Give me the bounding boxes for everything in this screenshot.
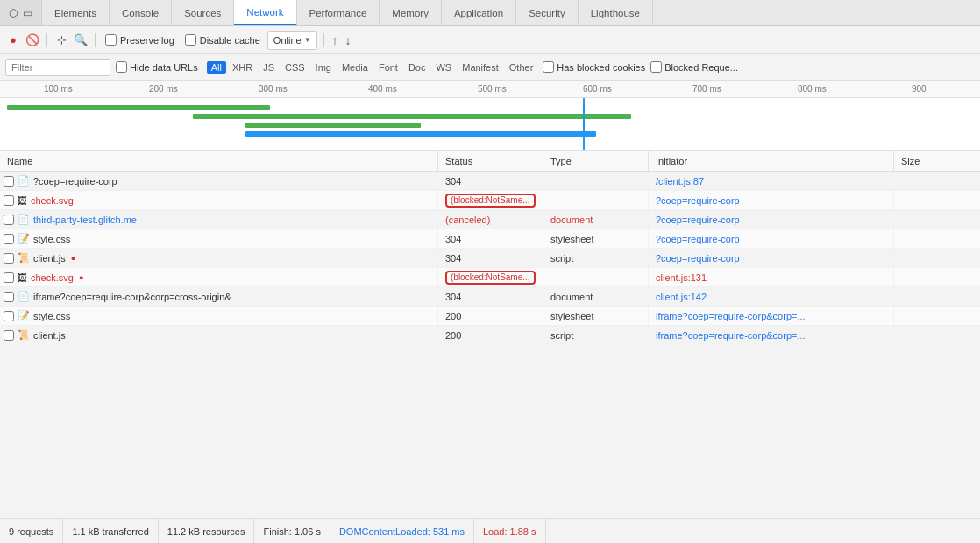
row-7-size [894, 287, 964, 306]
table-row[interactable]: 📜 client.js 200 script iframe?coep=requi… [0, 326, 980, 345]
row-9-type: script [543, 326, 649, 344]
filter-type-css[interactable]: CSS [281, 61, 309, 74]
tab-network[interactable]: Network [234, 0, 296, 25]
tab-devtools-icons[interactable]: ⬡ ▭ [0, 0, 42, 25]
network-toolbar: ● 🚫 ⊹ 🔍 Preserve log Disable cache Onlin… [0, 26, 980, 54]
filter-type-other[interactable]: Other [505, 61, 538, 74]
table-row[interactable]: 🖼 check.svg (blocked:NotSame... ?coep=re… [0, 191, 980, 210]
tab-sources[interactable]: Sources [172, 0, 234, 25]
preserve-log-checkbox[interactable]: Preserve log [102, 34, 178, 46]
row-2-initiator-link[interactable]: ?coep=require-corp [656, 195, 740, 206]
svg-icon-2: 🖼 [18, 272, 27, 283]
status-bar: 9 requests 1.1 kB transferred 11.2 kB re… [0, 518, 980, 543]
table-row[interactable]: 📝 style.css 304 stylesheet ?coep=require… [0, 229, 980, 249]
filter-icon[interactable]: ⊹ [53, 32, 69, 48]
search-icon[interactable]: 🔍 [73, 32, 89, 48]
row-2-type [543, 191, 649, 209]
has-blocked-cookies-checkbox[interactable]: Has blocked cookies [543, 61, 645, 73]
table-row[interactable]: 🖼 check.svg ● (blocked:NotSame... client… [0, 268, 980, 287]
tab-memory[interactable]: Memory [380, 0, 442, 25]
blocked-requests-checkbox[interactable]: Blocked Reque... [650, 61, 738, 73]
timeline-ruler: 100 ms 200 ms 300 ms 400 ms 500 ms 600 m… [0, 81, 980, 98]
row-9-initiator: iframe?coep=require-corp&corp=... [649, 326, 894, 344]
filter-type-all[interactable]: All [207, 61, 226, 74]
hide-data-urls-checkbox[interactable]: Hide data URLs [116, 61, 198, 73]
row-4-checkbox[interactable] [4, 234, 14, 244]
tab-security[interactable]: Security [516, 0, 579, 25]
col-header-name[interactable]: Name [0, 151, 438, 171]
import-button[interactable]: ↑ [330, 32, 340, 49]
col-header-initiator[interactable]: Initiator [649, 151, 894, 171]
tab-performance[interactable]: Performance [297, 0, 380, 25]
row-1-checkbox[interactable] [4, 176, 14, 187]
row-9-name: 📜 client.js [0, 326, 438, 344]
row-9-checkbox[interactable] [4, 330, 14, 341]
row-5-initiator-link[interactable]: ?coep=require-corp [656, 253, 740, 264]
row-4-initiator-link[interactable]: ?coep=require-corp [656, 234, 740, 244]
css-icon-2: 📝 [18, 310, 30, 321]
filter-type-font[interactable]: Font [374, 61, 402, 74]
table-row[interactable]: 📜 client.js ● 304 script ?coep=require-c… [0, 249, 980, 268]
row-1-initiator: /client.js:87 [649, 172, 894, 190]
row-6-name: 🖼 check.svg ● [0, 268, 438, 286]
row-5-checkbox[interactable] [4, 253, 14, 264]
blocked-badge-2: (blocked:NotSame... [445, 271, 536, 285]
row-2-initiator: ?coep=require-corp [649, 191, 894, 209]
throttle-dropdown[interactable]: Online ▼ [267, 31, 317, 50]
cursor-icon: ⬡ [9, 7, 18, 19]
row-6-type [543, 268, 649, 286]
row-8-initiator-link[interactable]: iframe?coep=require-corp&corp=... [656, 311, 806, 321]
row-3-checkbox[interactable] [4, 215, 14, 225]
tab-console[interactable]: Console [110, 0, 172, 25]
row-1-initiator-link[interactable]: /client.js:87 [656, 176, 704, 187]
row-4-name: 📝 style.css [0, 229, 438, 248]
row-9-size [894, 326, 964, 344]
toolbar-separator-2 [95, 33, 96, 47]
record-button[interactable]: ● [5, 32, 21, 48]
filter-type-media[interactable]: Media [337, 61, 373, 74]
row-7-initiator: client.js:142 [649, 287, 894, 306]
disable-cache-checkbox[interactable]: Disable cache [181, 34, 264, 46]
filter-input[interactable] [5, 59, 110, 76]
row-2-checkbox[interactable] [4, 195, 14, 206]
col-header-status[interactable]: Status [438, 151, 543, 171]
row-8-checkbox[interactable] [4, 311, 14, 321]
dom-content-loaded-line [583, 98, 585, 151]
status-dom-content-loaded: DOMContentLoaded: 531 ms [330, 519, 474, 543]
filter-type-manifest[interactable]: Manifest [458, 61, 503, 74]
filter-bar: Hide data URLs All XHR JS CSS Img Media … [0, 54, 980, 81]
table-row[interactable]: 📄 ?coep=require-corp 304 /client.js:87 [0, 172, 980, 191]
row-6-size [894, 268, 964, 286]
row-6-initiator-link[interactable]: client.js:131 [656, 272, 707, 283]
filter-type-ws[interactable]: WS [431, 61, 456, 74]
filter-type-js[interactable]: JS [259, 61, 279, 74]
tab-lighthouse[interactable]: Lighthouse [579, 0, 653, 25]
filter-type-doc[interactable]: Doc [404, 61, 430, 74]
filter-type-img[interactable]: Img [311, 61, 336, 74]
table-row[interactable]: 📝 style.css 200 stylesheet iframe?coep=r… [0, 307, 980, 326]
table-row[interactable]: 📄 third-party-test.glitch.me (canceled) … [0, 210, 980, 229]
export-button[interactable]: ↓ [344, 32, 353, 49]
dot-indicator: ● [71, 254, 75, 263]
row-9-initiator-link[interactable]: iframe?coep=require-corp&corp=... [656, 330, 806, 341]
table-row[interactable]: 📄 iframe?coep=require-corp&corp=cross-or… [0, 287, 980, 307]
clear-button[interactable]: 🚫 [25, 32, 40, 48]
timeline-chart[interactable] [0, 98, 980, 151]
row-7-initiator-link[interactable]: client.js:142 [656, 292, 707, 302]
row-5-type: script [543, 249, 649, 267]
tab-application[interactable]: Application [442, 0, 516, 25]
row-2-status: (blocked:NotSame... [438, 191, 543, 209]
col-header-size[interactable]: Size [894, 151, 964, 171]
row-5-size [894, 249, 964, 267]
row-1-status: 304 [438, 172, 543, 190]
row-6-checkbox[interactable] [4, 272, 14, 283]
doc-icon: 📄 [18, 175, 30, 187]
row-3-name-link[interactable]: third-party-test.glitch.me [33, 215, 137, 225]
tick-400ms: 400 ms [368, 84, 397, 94]
toolbar-separator-1 [46, 33, 47, 47]
filter-type-xhr[interactable]: XHR [228, 61, 257, 74]
tab-elements[interactable]: Elements [42, 0, 110, 25]
row-7-checkbox[interactable] [4, 292, 14, 302]
col-header-type[interactable]: Type [543, 151, 649, 171]
row-3-initiator-link[interactable]: ?coep=require-corp [656, 215, 740, 225]
